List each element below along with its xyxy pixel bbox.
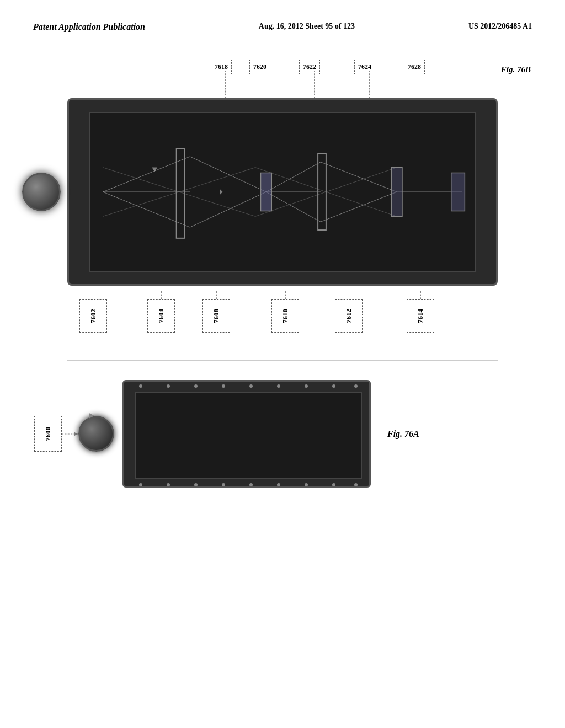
svg-point-33	[194, 483, 198, 486]
ref-label-7600: 7600	[34, 416, 62, 452]
svg-point-22	[139, 384, 142, 388]
header-date-sheet: Aug. 16, 2012 Sheet 95 of 123	[259, 22, 355, 31]
svg-point-39	[354, 483, 358, 486]
header-patent-number: US 2012/206485 A1	[468, 22, 532, 31]
vline-7618	[225, 71, 226, 98]
ref-label-7618: 7618	[211, 60, 232, 74]
fig76a-label: Fig. 76A	[387, 429, 419, 439]
arrowhead-7600	[74, 432, 77, 436]
svg-point-24	[194, 384, 198, 388]
vline-7624	[369, 71, 370, 98]
fig76a-content: 7600 ▶	[34, 380, 531, 488]
optics-rays-svg	[90, 113, 475, 271]
ref-label-7602: 7602	[79, 299, 107, 333]
svg-point-36	[277, 483, 280, 486]
svg-point-28	[305, 384, 308, 388]
svg-rect-40	[135, 393, 361, 478]
svg-point-37	[305, 483, 308, 486]
vline-7620	[264, 71, 264, 98]
svg-point-32	[167, 483, 170, 486]
ref-label-7624: 7624	[354, 60, 375, 74]
svg-marker-20	[152, 168, 157, 172]
svg-line-8	[321, 162, 397, 192]
main-content: 7618 7620 7622 7624 7628 Fig. 76B	[0, 43, 565, 499]
diagram-76b	[67, 98, 498, 286]
vline-7622	[314, 71, 315, 98]
svg-point-29	[332, 384, 335, 388]
ref-label-7608: 7608	[202, 299, 230, 333]
svg-rect-19	[451, 173, 465, 211]
svg-point-38	[332, 483, 335, 486]
diagram-inner-76b	[89, 112, 476, 272]
ref-label-7610: 7610	[271, 299, 299, 333]
svg-point-31	[139, 483, 142, 486]
ref-label-7620: 7620	[249, 60, 270, 74]
ref-label-7614: 7614	[407, 299, 434, 333]
svg-line-3	[190, 157, 266, 192]
svg-line-9	[321, 192, 397, 222]
section-separator	[67, 360, 498, 361]
svg-rect-18	[391, 168, 402, 217]
ref-label-7604: 7604	[147, 299, 175, 333]
vline-7628	[419, 71, 419, 98]
fig76b-wrapper: 7618 7620 7622 7624 7628 Fig. 76B	[34, 54, 531, 341]
header-title: Patent Application Publication	[33, 22, 145, 32]
svg-point-30	[354, 384, 358, 388]
svg-point-27	[277, 384, 280, 388]
page-header: Patent Application Publication Aug. 16, …	[0, 0, 565, 43]
svg-point-25	[222, 384, 225, 388]
diagram-76a-svg	[124, 382, 369, 486]
ref-7600-container: 7600	[34, 416, 62, 452]
svg-line-0	[103, 157, 190, 192]
diagram-76a	[122, 380, 371, 488]
fig76b-label: Fig. 76B	[501, 65, 531, 74]
camera-76a-container: ▶	[78, 416, 114, 452]
ref-label-7612: 7612	[335, 299, 363, 333]
svg-rect-16	[261, 173, 272, 211]
svg-line-4	[190, 192, 266, 227]
svg-point-35	[249, 483, 253, 486]
camera-device-76b	[19, 170, 63, 214]
svg-point-23	[167, 384, 170, 388]
svg-marker-21	[220, 189, 223, 195]
svg-point-26	[249, 384, 253, 388]
fig76a-wrapper: 7600 ▶	[34, 380, 531, 488]
ref-label-7622: 7622	[299, 60, 320, 74]
svg-line-2	[103, 192, 190, 227]
camera-lens-76b	[22, 173, 61, 211]
svg-point-34	[222, 483, 225, 486]
ref-label-7628: 7628	[404, 60, 425, 74]
bottom-labels-area: 7602 7604 7608 7610 7612 7614	[34, 291, 531, 341]
camera-lens-76a	[78, 416, 114, 452]
top-labels-area: 7618 7620 7622 7624 7628 Fig. 76B	[34, 54, 531, 98]
